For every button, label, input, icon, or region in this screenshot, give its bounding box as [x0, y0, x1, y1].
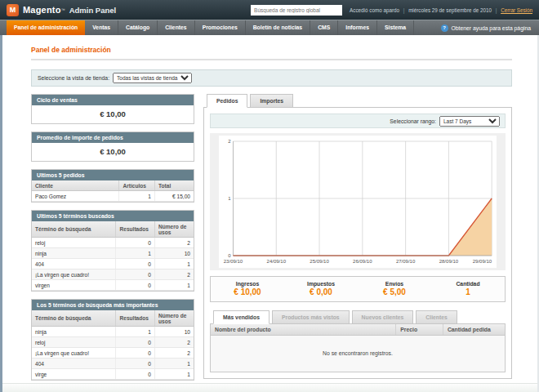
lifetime-sales-title: Ciclo de ventas [32, 95, 194, 105]
stat-shipping: Envíos € 5,00 [358, 281, 431, 296]
top-search-terms-title: Los 5 términos de búsqueda más important… [32, 300, 194, 310]
tab-orders[interactable]: Pedidos [207, 94, 247, 108]
tab-most-viewed[interactable]: Productos más vistos [272, 310, 350, 324]
orders-chart: 01223/09/1024/09/1025/09/1026/09/1027/09… [219, 136, 497, 268]
nav-item-sales[interactable]: Ventas [85, 20, 118, 35]
store-view-selector: Seleccione la vista de tienda: Todas las… [31, 69, 512, 87]
svg-text:29/09/10: 29/09/10 [473, 258, 492, 264]
svg-text:25/09/10: 25/09/10 [310, 258, 329, 264]
svg-text:26/09/10: 26/09/10 [353, 258, 372, 264]
nav-item-cms[interactable]: CMS [310, 20, 338, 35]
page-title: Panel de administración [31, 46, 512, 54]
svg-text:28/09/10: 28/09/10 [439, 258, 459, 264]
orders-panel: Seleccionar rango: Last 7 Days 01223/09/… [203, 107, 512, 379]
stat-revenue: Ingresos € 10,00 [211, 281, 284, 296]
last-orders-title: Ultimos 5 pedidos [32, 170, 194, 180]
content-area: Panel de administración Seleccione la vi… [0, 46, 539, 392]
average-orders-value: € 10,00 [32, 143, 194, 161]
range-label: Seleccionar rango: [390, 118, 436, 124]
table-row[interactable]: 404 0 1 [32, 259, 194, 270]
tab-customers[interactable]: Clientes [416, 310, 457, 324]
lifetime-sales-value: € 10,00 [32, 105, 194, 123]
global-search-input[interactable] [251, 5, 342, 16]
svg-text:1: 1 [228, 195, 231, 201]
svg-text:27/09/10: 27/09/10 [396, 258, 416, 264]
footer-strip [0, 383, 539, 392]
svg-text:23/09/10: 23/09/10 [224, 258, 243, 264]
chart-container: 01223/09/1024/09/1025/09/1026/09/1027/09… [219, 136, 497, 268]
table-row[interactable]: 404 0 1 [32, 359, 194, 369]
last-search-terms-title: Ultimos 5 términos buscados [32, 211, 194, 221]
column-header[interactable]: Término de búsqueda [32, 221, 116, 238]
table-row[interactable]: virge 0 1 [32, 369, 194, 380]
column-header[interactable]: Cliente [32, 180, 119, 191]
table-row[interactable]: virgen 0 1 [32, 280, 194, 291]
column-header[interactable]: Número de usos [154, 221, 194, 238]
top-search-terms-table: Término de búsqueda Resultados Número de… [32, 310, 194, 380]
nav-item-dashboard[interactable]: Panel de administración [7, 20, 85, 35]
table-row[interactable]: reloj 0 2 [32, 238, 194, 248]
svg-text:2: 2 [228, 138, 231, 144]
column-header[interactable]: Término de búsqueda [32, 310, 116, 327]
table-row[interactable]: ninja 1 10 [32, 327, 194, 337]
nav-item-system[interactable]: Sistema [377, 20, 414, 35]
svg-text:24/09/10: 24/09/10 [267, 258, 287, 264]
table-row[interactable]: reloj 0 2 [32, 337, 194, 348]
app-title: Magento [23, 5, 61, 15]
column-header[interactable]: Artículos [119, 180, 155, 191]
nav-item-newsletter[interactable]: Boletín de noticias [246, 20, 310, 35]
column-header[interactable]: Precio [396, 324, 443, 336]
tab-amounts[interactable]: Importes [250, 94, 293, 108]
tab-bestsellers[interactable]: Más vendidos [213, 310, 270, 324]
dashboard-main: Pedidos Importes Seleccionar rango: Last… [203, 94, 512, 379]
current-date: miércoles 29 de septiembre de 2010 [408, 7, 492, 13]
nav-item-reports[interactable]: Informes [338, 20, 377, 35]
main-nav: Panel de administración Ventas Catálogo … [0, 20, 539, 35]
help-link[interactable]: ? Obtener ayuda para esta página [441, 20, 539, 35]
magento-logo-icon: M [7, 4, 19, 16]
column-header[interactable]: Número de usos [154, 310, 194, 327]
magento-admin-page: M Magento ™ Admin Panel Accedió como apa… [0, 0, 539, 392]
tab-new-customers[interactable]: Nuevos clientes [352, 310, 414, 324]
store-view-select[interactable]: Todas las vistas de tienda [113, 73, 192, 83]
title-divider [31, 59, 512, 60]
column-header[interactable]: Resultados [116, 221, 155, 238]
table-row[interactable]: ninja 1 10 [32, 248, 194, 259]
average-orders-box: Promedio de importe de pedidos € 10,00 [31, 131, 194, 162]
help-label: Obtener ayuda para esta página [452, 25, 532, 31]
last-orders-box: Ultimos 5 pedidos Cliente Artículos Tota… [31, 169, 194, 203]
column-header[interactable]: Total [154, 180, 194, 191]
app-subtitle: Admin Panel [69, 6, 117, 15]
range-selector-bar: Seleccionar rango: Last 7 Days [210, 114, 506, 128]
average-orders-title: Promedio de importe de pedidos [32, 132, 194, 143]
column-header[interactable]: Nombre del producto [211, 324, 396, 336]
session-info: Accedió como apardo | miércoles 29 de se… [350, 7, 532, 13]
nav-item-customers[interactable]: Clientes [158, 20, 194, 35]
column-header[interactable]: Resultados [116, 310, 155, 327]
dashboard-sidebar: Ciclo de ventas € 10,00 Promedio de impo… [31, 94, 194, 388]
nav-item-promotions[interactable]: Promociones [195, 20, 246, 35]
nav-item-catalog[interactable]: Catálogo [118, 20, 158, 35]
app-header: M Magento ™ Admin Panel Accedió como apa… [0, 0, 539, 20]
last-search-terms-box: Ultimos 5 términos buscados Término de b… [31, 210, 194, 292]
last-search-terms-table: Término de búsqueda Resultados Número de… [32, 221, 194, 291]
chart-tabs: Pedidos Importes [203, 94, 512, 108]
store-view-label: Seleccione la vista de tienda: [38, 75, 109, 81]
logged-in-as: Accedió como apardo [350, 7, 399, 13]
lifetime-sales-box: Ciclo de ventas € 10,00 [31, 94, 194, 124]
help-icon: ? [441, 24, 448, 32]
range-select[interactable]: Last 7 Days [439, 116, 500, 127]
table-row[interactable]: ¡La virgen que cuadro! 0 2 [32, 348, 194, 359]
window-left-edge [0, 35, 2, 392]
column-header[interactable]: Cantidad pedida [443, 324, 505, 336]
stat-quantity: Cantidad 1 [431, 281, 505, 296]
chart-band: 01223/09/1024/09/1025/09/1026/09/1027/09… [210, 133, 506, 270]
table-row[interactable]: Paco Gomez 1 € 15,00 [32, 191, 194, 202]
bestsellers-grid: Nombre del producto Precio Cantidad pedi… [210, 323, 506, 372]
stat-tax: Impuestos € 0,00 [284, 281, 358, 296]
last-orders-table: Cliente Artículos Total Paco Gomez 1 € 1… [32, 180, 194, 202]
grid-tabs: Más vendidos Productos más vistos Nuevos… [210, 310, 506, 324]
table-row[interactable]: ¡La virgen que cuadro! 0 2 [32, 270, 194, 280]
top-search-terms-box: Los 5 términos de búsqueda más important… [31, 299, 194, 381]
logout-link[interactable]: Cerrar Sesión [501, 7, 532, 13]
